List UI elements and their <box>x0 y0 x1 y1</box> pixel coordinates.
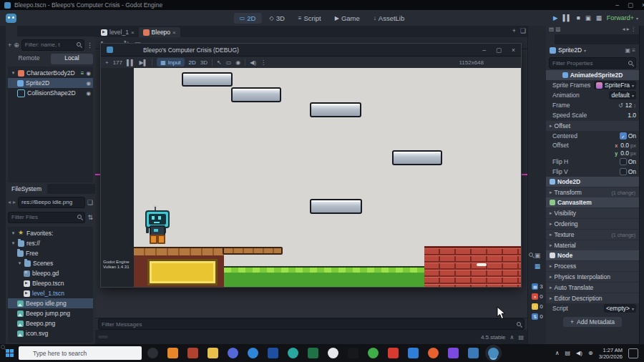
input-mode-button[interactable]: ▦ Input <box>157 58 184 67</box>
taskbar-app-icon[interactable] <box>488 348 499 358</box>
inspector-tab[interactable] <box>546 34 555 44</box>
centered-checkbox[interactable]: ✓ <box>620 132 627 140</box>
bottom-tab[interactable] <box>98 336 108 338</box>
inspector-section[interactable]: Auto Translate <box>546 282 639 293</box>
workspace-tab[interactable]: ≡ Script <box>293 13 327 24</box>
menu-item[interactable] <box>61 16 71 19</box>
inspector-pin-icon[interactable]: ▥ <box>555 26 560 32</box>
taskbar-app-icon[interactable] <box>147 348 158 358</box>
game-close-button[interactable]: × <box>512 47 515 54</box>
pause-button[interactable]: ▌▌ <box>562 14 571 21</box>
filesystem-path-input[interactable] <box>18 197 85 208</box>
filesystem-item[interactable]: Beepo jump.png <box>8 308 93 318</box>
inspector-prev-icon[interactable]: ▤ <box>549 26 554 32</box>
inspector-section[interactable]: Transform (1 change) <box>546 187 639 197</box>
offset-subsection[interactable]: Offset <box>546 120 639 131</box>
pick-3d-button[interactable]: 3D <box>200 59 208 66</box>
inspector-section[interactable]: Material <box>546 240 639 250</box>
filesystem-item[interactable]: Beepo idle.png <box>8 298 93 308</box>
debug-counter[interactable]: × 0 <box>532 293 542 300</box>
network-icon[interactable]: ⊕ <box>588 350 593 356</box>
filter-messages-input[interactable] <box>98 318 525 330</box>
viewport-2d[interactable]: ↖ ↔ ↻ ▭ Bleepo's Computer Crisis (DEBUG)… <box>95 37 527 318</box>
inspector-tab[interactable] <box>555 34 563 44</box>
taskbar-clock[interactable]: 1:27 AM 3/20/2026 <box>599 347 623 360</box>
inspector-filter-input[interactable] <box>549 57 636 69</box>
menu-item[interactable] <box>41 16 51 19</box>
history-forward-icon[interactable]: ▸ <box>627 26 630 32</box>
search-icon[interactable] <box>535 273 541 280</box>
renderer-select[interactable]: Forward+▾ <box>607 14 638 21</box>
taskbar-app-icon[interactable] <box>167 348 178 358</box>
filesystem-item[interactable]: icon.svg <box>8 328 93 338</box>
debug-counter[interactable]: ▤ 3 <box>532 283 542 290</box>
minimize-button[interactable]: – <box>615 1 619 9</box>
debug-counter[interactable]: ! 0 <box>532 303 542 310</box>
filesystem-filter-input[interactable] <box>8 212 85 223</box>
history-back-icon[interactable]: ◂ <box>623 26 625 32</box>
panel-collapse-icon[interactable]: ∧ <box>510 334 514 341</box>
inspector-section[interactable]: CanvasItem <box>546 197 639 207</box>
bottom-tab[interactable] <box>109 336 119 338</box>
filesystem-item[interactable]: Beepo.png <box>8 318 93 328</box>
taskbar-app-icon[interactable] <box>208 348 218 358</box>
dock-tab[interactable] <box>17 26 29 36</box>
collapse-arrow-icon[interactable]: ▾ <box>11 240 16 246</box>
script-field[interactable]: <empty> ▾ <box>604 304 636 313</box>
rect-select-icon[interactable]: ▭ <box>226 59 232 66</box>
play-scene-button[interactable]: ▣ <box>585 14 591 21</box>
add-node-button[interactable]: + <box>8 41 11 49</box>
taskbar-app-icon[interactable] <box>248 348 258 358</box>
taskbar-app-icon[interactable] <box>448 348 459 358</box>
offset-y-field[interactable]: y 0.0 px <box>615 150 636 157</box>
scene-tree-node[interactable]: Sprite2D ◉ <box>8 78 93 88</box>
filesystem-item[interactable]: Bleepo.tscn <box>8 278 93 288</box>
volume-icon[interactable]: ◀) <box>576 350 582 356</box>
game-minimize-button[interactable]: – <box>482 47 486 54</box>
pan-icon[interactable]: + <box>105 59 109 66</box>
collapse-arrow-icon[interactable]: ▾ <box>17 260 22 266</box>
camera-override-icon[interactable]: ◉ <box>235 59 240 66</box>
extra-resources-icon[interactable]: ▣ <box>625 47 631 54</box>
script-icon[interactable]: ≡ <box>81 70 84 77</box>
chevron-down-icon[interactable]: ▾ <box>584 48 586 53</box>
scene-filter-input[interactable] <box>21 39 84 51</box>
split-dock-icon[interactable]: ❏ <box>87 199 93 206</box>
inspector-section[interactable]: Process <box>546 260 639 271</box>
game-window-titlebar[interactable]: Bleepo's Computer Crisis (DEBUG) – ▢ × <box>101 44 521 57</box>
taskbar-app-icon[interactable] <box>268 348 278 358</box>
flip-h-checkbox[interactable] <box>620 158 627 165</box>
animation-select[interactable]: default ▾ <box>609 91 636 99</box>
inspector-section[interactable]: Editor Description <box>546 293 639 303</box>
inspector-menu-icon[interactable]: ⋮ <box>631 26 637 32</box>
visibility-eye-icon[interactable]: ◉ <box>86 70 91 77</box>
inspector-section[interactable]: Ordering <box>546 218 639 229</box>
sprite-frames-resource[interactable]: SpriteFra ▾ <box>594 81 636 89</box>
select-mode-icon[interactable]: ↖ <box>217 59 222 66</box>
sort-icon[interactable]: ⇅ <box>87 214 93 221</box>
game-pause-button[interactable]: ▌▌ <box>127 59 135 66</box>
inspector-section[interactable]: Visibility <box>546 207 639 218</box>
close-tab-icon[interactable]: × <box>131 29 135 36</box>
speed-scale-field[interactable]: 1.0 <box>628 112 636 119</box>
scene-tab[interactable]: level_1 × <box>97 27 139 37</box>
scene-tree-node[interactable]: CollisionShape2D ◉ <box>8 88 93 98</box>
next-frame-button[interactable]: ▶▌ <box>139 59 147 66</box>
bottom-tab[interactable] <box>132 336 142 338</box>
bottom-tab[interactable] <box>155 336 165 338</box>
revert-icon[interactable]: ↺ <box>618 102 623 109</box>
collapse-arrow-icon[interactable]: ▾ <box>11 230 16 236</box>
inspector-section[interactable]: Node <box>546 250 639 260</box>
back-icon[interactable]: ◂ <box>8 199 11 205</box>
scene-tree-menu-icon[interactable]: ⋮ <box>87 41 93 49</box>
menu-item[interactable] <box>51 16 61 19</box>
menu-item[interactable] <box>31 16 41 19</box>
filesystem-item[interactable]: ▾ Favorites: <box>8 228 93 238</box>
game-render-area[interactable] <box>134 68 521 287</box>
taskbar-app-icon[interactable] <box>228 348 238 358</box>
taskbar-app-icon[interactable] <box>187 348 198 358</box>
game-maximize-button[interactable]: ▢ <box>496 47 502 54</box>
inspector-section[interactable]: Physics Interpolation <box>546 271 639 282</box>
panel-layout-icon[interactable]: ▤ <box>518 334 524 341</box>
filesystem-tab[interactable]: FileSystem <box>6 184 47 194</box>
